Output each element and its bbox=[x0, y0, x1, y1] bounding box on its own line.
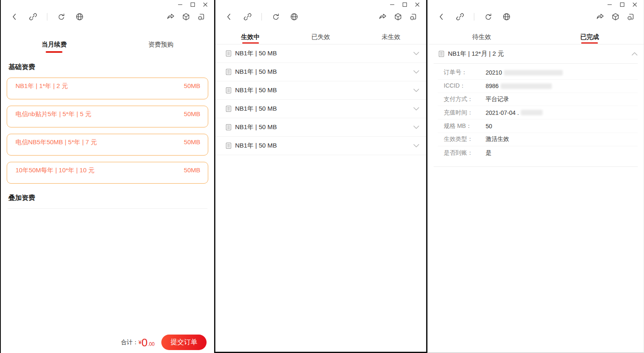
submit-order-button[interactable]: 提交订单 bbox=[161, 335, 207, 350]
back-button[interactable] bbox=[437, 12, 446, 21]
order-header[interactable]: NB1年 | 12*月 | 2 元 bbox=[434, 44, 638, 64]
detail-label: 生效类型： bbox=[444, 135, 486, 143]
redacted-value bbox=[521, 110, 543, 115]
plan-name: 电信NB5年50MB | 5*年 | 7 元 bbox=[16, 138, 97, 146]
detail-value: 激活生效 bbox=[486, 135, 509, 143]
tab-bar: 当月续费 资费预购 bbox=[1, 35, 214, 54]
redacted-value bbox=[504, 70, 563, 75]
chevron-down-icon bbox=[413, 144, 419, 148]
chevron-down-icon bbox=[413, 52, 419, 55]
globe-button[interactable] bbox=[75, 12, 84, 21]
minimize-button[interactable] bbox=[386, 1, 398, 8]
document-icon bbox=[226, 106, 231, 112]
document-icon bbox=[226, 87, 231, 93]
share-button[interactable] bbox=[166, 12, 176, 21]
minimize-button[interactable] bbox=[174, 1, 186, 8]
window-active-packages: 生效中 已失效 未生效 NB1年 | 50 MB NB1年 | 50 MB bbox=[215, 0, 427, 353]
maximize-button[interactable] bbox=[616, 1, 628, 8]
section-title-overlay-fees: 叠加资费 bbox=[8, 194, 207, 202]
plan-name: NB1年 | 1*年 | 2 元 bbox=[16, 82, 68, 90]
back-button[interactable] bbox=[10, 12, 19, 21]
window-renew-fees: 当月续费 资费预购 基础资费 NB1年 | 1*年 | 2 元 50MB 电信n… bbox=[0, 0, 215, 353]
cube-button[interactable] bbox=[393, 12, 403, 21]
plan-size: 50MB bbox=[184, 138, 200, 145]
maximize-button[interactable] bbox=[398, 1, 411, 8]
back-button[interactable] bbox=[225, 12, 234, 21]
plan-size: 50MB bbox=[184, 82, 200, 89]
globe-button[interactable] bbox=[290, 12, 299, 21]
tab-completed[interactable]: 已完成 bbox=[536, 30, 644, 44]
chevron-down-icon bbox=[413, 125, 419, 129]
list-item[interactable]: NB1年 | 50 MB bbox=[215, 137, 426, 155]
package-list: NB1年 | 50 MB NB1年 | 50 MB NB1年 | 50 MB N… bbox=[215, 44, 426, 155]
floating-window-button[interactable] bbox=[626, 12, 635, 21]
detail-label: 支付方式： bbox=[444, 96, 486, 103]
tab-label: 资费预购 bbox=[148, 41, 173, 49]
titlebar bbox=[428, 0, 644, 9]
floating-window-button[interactable] bbox=[197, 12, 206, 21]
chevron-down-icon bbox=[413, 107, 419, 111]
refresh-button[interactable] bbox=[484, 12, 493, 21]
globe-button[interactable] bbox=[502, 12, 511, 21]
cube-button[interactable] bbox=[611, 12, 620, 21]
redacted-value bbox=[501, 83, 552, 89]
tab-in-effect[interactable]: 生效中 bbox=[215, 30, 286, 44]
toolbar-divider bbox=[261, 13, 262, 21]
active-tab-underline bbox=[242, 42, 259, 44]
detail-label: ICCID： bbox=[444, 82, 486, 90]
total-amount: ¥ 0 .00 bbox=[139, 337, 155, 348]
tab-expired[interactable]: 已失效 bbox=[286, 30, 356, 44]
close-button[interactable] bbox=[199, 1, 212, 8]
list-item[interactable]: NB1年 | 50 MB bbox=[215, 81, 426, 100]
amount-decimals: .00 bbox=[147, 341, 155, 347]
link-button[interactable] bbox=[243, 12, 252, 21]
amount-integer: 0 bbox=[142, 337, 147, 348]
tab-current-month-renewal[interactable]: 当月续费 bbox=[1, 35, 108, 54]
detail-value: 平台记录 bbox=[486, 96, 509, 103]
minimize-button[interactable] bbox=[603, 1, 616, 8]
list-item[interactable]: NB1年 | 50 MB bbox=[215, 118, 426, 137]
tab-label: 已完成 bbox=[580, 33, 599, 41]
plan-card[interactable]: 电信NB5年50MB | 5*年 | 7 元 50MB bbox=[7, 134, 208, 156]
plan-card[interactable]: 10年50M每年 | 10*年 | 10 元 50MB bbox=[7, 162, 208, 184]
active-tab-underline bbox=[581, 42, 598, 44]
close-button[interactable] bbox=[628, 1, 641, 8]
detail-value: 是 bbox=[486, 149, 491, 157]
refresh-button[interactable] bbox=[271, 12, 280, 21]
window-order-detail: 待生效 已完成 NB1年 | 12*月 | 2 元 订单号： 20210 ICC… bbox=[427, 0, 644, 353]
detail-row-payment-method: 支付方式： 平台记录 bbox=[438, 93, 638, 106]
tab-label: 当月续费 bbox=[41, 41, 67, 49]
floating-window-button[interactable] bbox=[409, 12, 418, 21]
link-button[interactable] bbox=[28, 12, 38, 21]
tab-fee-prepurchase[interactable]: 资费预购 bbox=[108, 35, 215, 54]
share-button[interactable] bbox=[596, 12, 605, 21]
close-button[interactable] bbox=[411, 1, 424, 8]
toolbar-divider bbox=[474, 13, 474, 21]
toolbar bbox=[1, 9, 214, 24]
detail-row-iccid: ICCID： 8986 bbox=[438, 80, 638, 93]
package-title: NB1年 | 50 MB bbox=[235, 49, 413, 57]
refresh-button[interactable] bbox=[57, 12, 66, 21]
package-title: NB1年 | 50 MB bbox=[235, 105, 413, 113]
plan-card[interactable]: 电信nb贴片5年 | 5*年 | 5 元 50MB bbox=[7, 106, 208, 127]
link-button[interactable] bbox=[455, 12, 465, 21]
tab-bar: 待生效 已完成 bbox=[428, 30, 644, 44]
document-icon bbox=[226, 124, 231, 130]
section-title-basic-fees: 基础资费 bbox=[8, 63, 207, 72]
share-button[interactable] bbox=[378, 12, 388, 21]
detail-row-credited: 是否到账： 是 bbox=[438, 146, 638, 160]
cube-button[interactable] bbox=[181, 12, 191, 21]
tab-pending-effect[interactable]: 待生效 bbox=[428, 30, 536, 44]
plan-card[interactable]: NB1年 | 1*年 | 2 元 50MB bbox=[7, 78, 208, 99]
order-title: NB1年 | 12*月 | 2 元 bbox=[448, 50, 631, 58]
document-icon bbox=[226, 50, 231, 57]
detail-value: 2021-07-04 . bbox=[486, 109, 543, 116]
list-item[interactable]: NB1年 | 50 MB bbox=[215, 44, 426, 63]
tab-not-in-effect[interactable]: 未生效 bbox=[356, 30, 426, 44]
maximize-button[interactable] bbox=[186, 1, 199, 8]
list-item[interactable]: NB1年 | 50 MB bbox=[215, 100, 426, 118]
list-item[interactable]: NB1年 | 50 MB bbox=[215, 63, 426, 81]
tab-label: 未生效 bbox=[382, 33, 401, 41]
detail-row-spec-mb: 规格 MB： 50 bbox=[438, 119, 638, 133]
detail-label: 订单号： bbox=[444, 69, 486, 76]
